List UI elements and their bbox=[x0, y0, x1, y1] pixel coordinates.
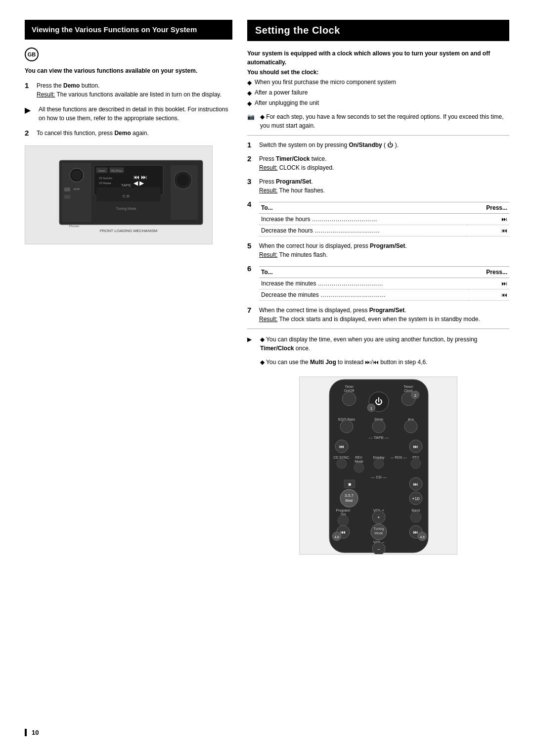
svg-text:⏮: ⏮ bbox=[339, 444, 344, 449]
step-2-content: To cancel this function, press Demo agai… bbox=[37, 129, 149, 138]
left-section-title: Viewing the Various Functions on Your Sy… bbox=[25, 20, 232, 40]
svg-text:⏭: ⏭ bbox=[413, 529, 418, 535]
bottom-note-1: ▶ ◆ You can display the time, even when … bbox=[247, 335, 509, 353]
svg-text:Program/: Program/ bbox=[336, 509, 351, 513]
svg-text:REC/Paus: REC/Paus bbox=[111, 169, 123, 172]
step6-row2-press: ⏮ bbox=[468, 289, 509, 301]
page: Viewing the Various Functions on Your Sy… bbox=[0, 0, 534, 756]
svg-point-70 bbox=[338, 515, 349, 526]
note-arrow-icon: 📷 bbox=[247, 112, 257, 130]
step4-col1: To... bbox=[259, 202, 467, 214]
svg-text:TAPE: TAPE bbox=[121, 183, 131, 188]
step4-row2-action: Decrease the hours …………………………… bbox=[259, 225, 467, 236]
step6-col2: Press... bbox=[468, 267, 509, 278]
clock-step-4: 4 To... Press... Increase the hours …………… bbox=[247, 200, 509, 236]
svg-point-40 bbox=[372, 420, 385, 433]
bullet-3-text: After unplugging the unit bbox=[255, 99, 319, 106]
svg-text:⏮: ⏮ bbox=[341, 529, 346, 535]
arrow-icon: ▶ bbox=[25, 105, 35, 115]
svg-text:3,5,7: 3,5,7 bbox=[345, 493, 354, 498]
step6-col1: To... bbox=[259, 267, 468, 278]
diamond-icon-1: ◆ bbox=[247, 79, 252, 87]
gb-badge: GB bbox=[25, 47, 39, 61]
clock-note-text: For each step, you have a few seconds to… bbox=[260, 113, 504, 129]
table-row: Increase the hours …………………………… ⏭ bbox=[259, 214, 509, 225]
clock-step-7-content: When the correct time is displayed, pres… bbox=[259, 306, 509, 324]
left-note-1: ▶ All these functions are described in d… bbox=[25, 105, 232, 123]
diamond-icon-3: ◆ bbox=[247, 99, 252, 108]
table-row: Increase the minutes …………………………… ⏭ bbox=[259, 278, 509, 289]
svg-text:Demo: Demo bbox=[98, 169, 105, 172]
step4-row1-press: ⏭ bbox=[467, 214, 509, 225]
svg-point-54 bbox=[374, 459, 384, 469]
svg-text:⏻: ⏻ bbox=[375, 397, 383, 406]
clock-step-5-num: 5 bbox=[247, 241, 255, 250]
step6-row2-action: Decrease the minutes …………………………… bbox=[259, 289, 468, 301]
bullet-1-text: When you first purchase the micro compon… bbox=[255, 79, 396, 86]
clock-step-4-num: 4 bbox=[247, 200, 255, 208]
svg-text:— RDS —: — RDS — bbox=[391, 456, 407, 459]
svg-text:Tuning Mode: Tuning Mode bbox=[116, 207, 136, 211]
svg-text:⏭: ⏭ bbox=[413, 481, 418, 487]
svg-text:REV.: REV. bbox=[355, 456, 363, 459]
svg-text:CD Synchro: CD Synchro bbox=[99, 177, 112, 180]
clock-step-1: 1 Switch the system on by pressing On/St… bbox=[247, 141, 509, 149]
step-1-content: Press the Demo button. Result: The vario… bbox=[37, 81, 222, 99]
table-row: Decrease the minutes …………………………… ⏮ bbox=[259, 289, 509, 301]
svg-text:–: – bbox=[377, 547, 380, 552]
step-2-number: 2 bbox=[25, 129, 33, 137]
clock-step-2: 2 Press Timer/Clock twice. Result: CLOCK… bbox=[247, 154, 509, 172]
clock-step-3: 3 Press Program/Set. Result: The hour fl… bbox=[247, 177, 509, 195]
svg-text:Tuning: Tuning bbox=[373, 527, 384, 531]
svg-rect-5 bbox=[64, 195, 70, 199]
device-svg: TAPE C D Tuning Mode AUX FRONT LOADING M… bbox=[30, 150, 208, 239]
note-arrow-2-icon: ▶ bbox=[247, 335, 257, 353]
svg-text:C D: C D bbox=[123, 194, 130, 198]
step-1-result-text: The various functions available are list… bbox=[56, 91, 221, 98]
svg-text:1: 1 bbox=[370, 406, 373, 411]
clock-step-1-content: Switch the system on by pressing On/Stan… bbox=[259, 141, 509, 149]
svg-text:Beat: Beat bbox=[346, 499, 353, 502]
svg-text:◀ ▶: ◀ ▶ bbox=[134, 180, 144, 187]
step-2-text: To cancel this function, press Demo agai… bbox=[37, 130, 149, 137]
left-intro: You can view the various functions avail… bbox=[25, 67, 232, 74]
step4-row2-press: ⏮ bbox=[467, 225, 509, 236]
clock-step-2-num: 2 bbox=[247, 154, 255, 163]
step-1-result-label: Result: bbox=[37, 91, 55, 98]
svg-text:— CD —: — CD — bbox=[371, 475, 387, 479]
clock-intro: Your system is equipped with a clock whi… bbox=[247, 49, 509, 67]
step-1-action: Press the Demo button. bbox=[37, 82, 99, 89]
spacer-icon bbox=[247, 358, 257, 367]
svg-point-27 bbox=[342, 392, 356, 406]
page-number: 10 bbox=[25, 729, 509, 736]
svg-text:2: 2 bbox=[414, 393, 417, 398]
device-diagram: TAPE C D Tuning Mode AUX FRONT LOADING M… bbox=[25, 145, 213, 244]
step4-row1-action: Increase the hours …………………………… bbox=[259, 214, 467, 225]
right-section-title: Setting the Clock bbox=[247, 20, 509, 41]
svg-text:Timer: Timer bbox=[345, 385, 354, 388]
svg-point-63 bbox=[340, 489, 358, 507]
clock-step-7-num: 7 bbox=[247, 306, 255, 314]
svg-text:+10: +10 bbox=[412, 496, 419, 501]
svg-text:CD Repeat: CD Repeat bbox=[99, 182, 111, 185]
device-label: FRONT LOADING MECHANISM bbox=[100, 229, 158, 233]
left-column: Viewing the Various Functions on Your Sy… bbox=[25, 20, 232, 714]
clock-step-4-content: To... Press... Increase the hours ………………… bbox=[259, 200, 509, 236]
svg-point-38 bbox=[340, 420, 353, 433]
step6-row1-action: Increase the minutes …………………………… bbox=[259, 278, 468, 289]
bullet-1: ◆ When you first purchase the micro comp… bbox=[247, 79, 509, 87]
svg-text:⏭: ⏭ bbox=[413, 444, 418, 449]
svg-text:Mode: Mode bbox=[374, 531, 383, 535]
step6-table: To... Press... Increase the minutes …………… bbox=[259, 266, 509, 301]
clock-step-1-num: 1 bbox=[247, 141, 255, 149]
clock-step-6-num: 6 bbox=[247, 264, 255, 273]
divider-1 bbox=[247, 135, 509, 136]
clock-step-5-content: When the correct hour is displayed, pres… bbox=[259, 241, 509, 259]
two-column-layout: Viewing the Various Functions on Your Sy… bbox=[25, 20, 509, 714]
table-row: Decrease the hours …………………………… ⏮ bbox=[259, 225, 509, 236]
clock-when-label: You should set the clock: bbox=[247, 69, 509, 76]
bottom-notes: ▶ ◆ You can display the time, even when … bbox=[247, 335, 509, 367]
step6-row1-press: ⏭ bbox=[468, 278, 509, 289]
clock-step-7-result-label: Result: bbox=[259, 316, 277, 323]
clock-step-2-result-label: Result: bbox=[259, 164, 277, 171]
